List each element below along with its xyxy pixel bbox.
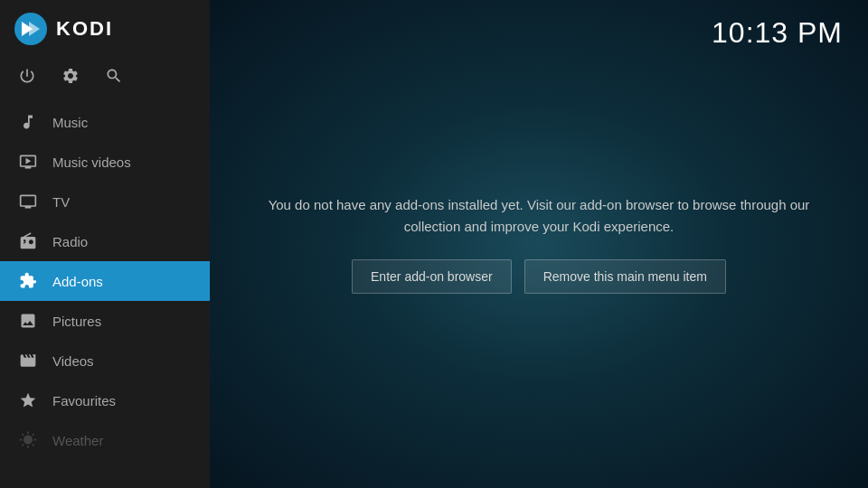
addons-icon	[18, 271, 38, 291]
clock-display: 10:13 PM	[712, 16, 843, 50]
weather-icon	[18, 430, 38, 450]
enter-addon-browser-button[interactable]: Enter add-on browser	[352, 259, 512, 294]
addons-message-area: You do not have any add-ons installed ye…	[210, 194, 868, 294]
sidebar-item-tv[interactable]: TV	[0, 182, 210, 221]
sidebar-item-pictures-label: Pictures	[52, 314, 101, 329]
sidebar-toolbar	[0, 58, 210, 102]
app-title: KODI	[56, 17, 113, 41]
music-video-icon	[18, 152, 38, 172]
addons-message-text: You do not have any add-ons installed ye…	[246, 194, 832, 238]
sidebar-item-music-videos-label: Music videos	[52, 155, 131, 170]
radio-icon	[18, 231, 38, 251]
sidebar-item-music-videos[interactable]: Music videos	[0, 142, 210, 182]
sidebar-item-radio-label: Radio	[52, 234, 88, 249]
nav-menu: Music Music videos TV Radio	[0, 102, 210, 488]
sidebar-item-weather[interactable]: Weather	[0, 420, 210, 460]
sidebar: KODI Music Music videos	[0, 0, 210, 488]
sidebar-item-videos[interactable]: Videos	[0, 341, 210, 380]
sidebar-item-radio[interactable]: Radio	[0, 221, 210, 261]
sidebar-item-favourites[interactable]: Favourites	[0, 380, 210, 420]
sidebar-item-addons[interactable]: Add-ons	[0, 261, 210, 301]
videos-icon	[18, 351, 38, 371]
sidebar-item-weather-label: Weather	[52, 433, 103, 448]
favourites-icon	[18, 390, 38, 410]
music-icon	[18, 112, 38, 132]
sidebar-item-pictures[interactable]: Pictures	[0, 301, 210, 341]
sidebar-item-music-label: Music	[52, 115, 88, 130]
kodi-logo-icon	[14, 13, 47, 45]
action-buttons: Enter add-on browser Remove this main me…	[352, 259, 726, 294]
sidebar-item-favourites-label: Favourites	[52, 393, 116, 408]
app-header: KODI	[0, 0, 210, 58]
search-icon[interactable]	[105, 67, 123, 89]
sidebar-item-music[interactable]: Music	[0, 102, 210, 142]
tv-icon	[18, 192, 38, 211]
sidebar-item-tv-label: TV	[52, 194, 70, 210]
sidebar-item-addons-label: Add-ons	[52, 274, 103, 289]
power-icon[interactable]	[18, 67, 36, 89]
sidebar-item-videos-label: Videos	[52, 353, 94, 369]
pictures-icon	[18, 311, 38, 331]
main-content: 10:13 PM You do not have any add-ons ins…	[210, 0, 868, 488]
remove-menu-item-button[interactable]: Remove this main menu item	[524, 259, 726, 294]
settings-icon[interactable]	[61, 67, 80, 89]
